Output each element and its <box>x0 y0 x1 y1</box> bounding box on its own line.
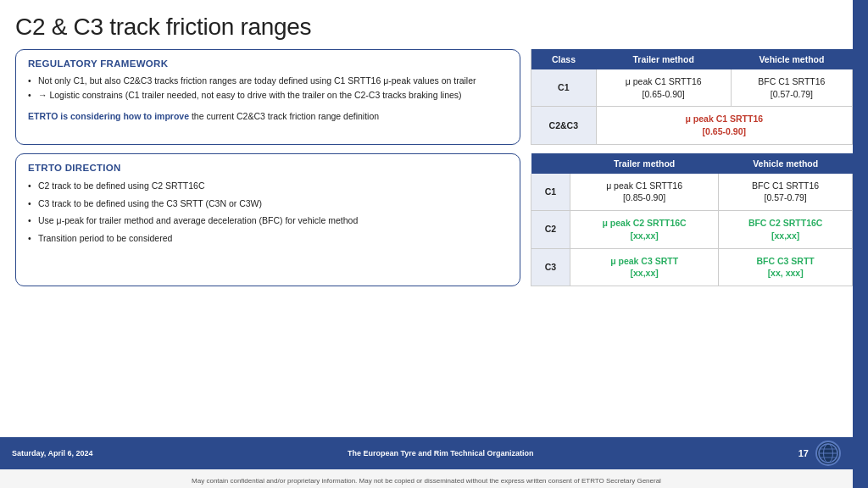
etrto-bullet-list: C2 track to be defined using C2 SRTT16C … <box>28 179 508 246</box>
bottom-table-wrap: Trailer method Vehicle method C1 μ peak … <box>531 153 853 286</box>
bottom-row1-vehicle: BFC C1 SRTT16[0.57-0.79] <box>719 174 853 211</box>
bottom-row1-class: C1 <box>531 174 570 211</box>
reg-framework-box: REGULATORY FRAMEWORK Not only C1, but al… <box>15 49 520 145</box>
bottom-table-header-class <box>531 153 570 174</box>
bottom-row1-trailer: μ peak C1 SRTT16[0.85-0.90] <box>570 174 718 211</box>
top-table-header-class: Class <box>531 49 597 69</box>
bottom-row3-trailer: μ peak C3 SRTT[xx,xx] <box>570 248 718 286</box>
top-row2-class: C2&C3 <box>531 107 597 144</box>
sidebar-bar <box>853 0 868 488</box>
bottom-table: Trailer method Vehicle method C1 μ peak … <box>531 153 853 286</box>
bottom-table-header-trailer: Trailer method <box>570 153 718 174</box>
etrto-bullet-3: Use μ-peak for trailer method and averag… <box>28 214 508 228</box>
footer-org: The European Tyre and Rim Technical Orga… <box>348 449 534 458</box>
etrto-bullet-1: C2 track to be defined using C2 SRTT16C <box>28 179 508 193</box>
reg-bullet-list: Not only C1, but also C2&C3 tracks frict… <box>28 75 508 103</box>
footer-bottom-bar: May contain confidential and/or propriet… <box>0 469 853 488</box>
footer-disclaimer: May contain confidential and/or propriet… <box>192 477 661 485</box>
page-title: C2 & C3 track friction ranges <box>15 14 853 41</box>
content-area: REGULATORY FRAMEWORK Not only C1, but al… <box>15 49 853 488</box>
etrto-direction-title: ETRTO DIRECTION <box>28 163 508 173</box>
bottom-table-header-vehicle: Vehicle method <box>719 153 853 174</box>
table-row: C1 μ peak C1 SRTT16[0.65-0.90] BFC C1 SR… <box>531 69 853 107</box>
main-container: C2 & C3 track friction ranges REGULATORY… <box>0 0 868 488</box>
top-table: Class Trailer method Vehicle method C1 μ… <box>531 49 853 145</box>
table-row: C1 μ peak C1 SRTT16[0.85-0.90] BFC C1 SR… <box>531 174 853 211</box>
bottom-row3-vehicle: BFC C3 SRTT[xx, xxx] <box>719 248 853 286</box>
table-row: C3 μ peak C3 SRTT[xx,xx] BFC C3 SRTT[xx,… <box>531 248 853 286</box>
bottom-row2-trailer: μ peak C2 SRTT16C[xx,xx] <box>570 211 718 248</box>
etrto-note-bold: ETRTO is considering how to improve <box>28 111 189 121</box>
footer-top-bar: Saturday, April 6, 2024 The European Tyr… <box>0 437 853 469</box>
top-table-header-vehicle: Vehicle method <box>731 49 852 69</box>
table-row: C2&C3 μ peak C1 SRTT16[0.65-0.90] <box>531 107 853 144</box>
top-row1-class: C1 <box>531 69 597 107</box>
bottom-row3-class: C3 <box>531 248 570 286</box>
bottom-row2-class: C2 <box>531 211 570 248</box>
top-table-header-trailer: Trailer method <box>596 49 731 69</box>
etrto-direction-box: ETRTO DIRECTION C2 track to be defined u… <box>15 153 520 286</box>
top-row2-combined: μ peak C1 SRTT16[0.65-0.90] <box>596 107 852 144</box>
etrto-note-rest: the current C2&C3 track friction range d… <box>189 111 379 121</box>
globe-icon <box>815 441 841 466</box>
etrto-note: ETRTO is considering how to improve the … <box>28 110 508 124</box>
top-row1-trailer: μ peak C1 SRTT16[0.65-0.90] <box>596 69 731 107</box>
top-section: REGULATORY FRAMEWORK Not only C1, but al… <box>15 49 853 145</box>
bottom-row2-vehicle: BFC C2 SRTT16C[xx,xx] <box>719 211 853 248</box>
reg-framework-title: REGULATORY FRAMEWORK <box>28 58 508 69</box>
bottom-section: ETRTO DIRECTION C2 track to be defined u… <box>15 153 853 286</box>
etrto-bullet-2: C3 track to be defined using the C3 SRTT… <box>28 197 508 211</box>
etrto-bullet-4: Transition period to be considered <box>28 231 508 246</box>
table-row: C2 μ peak C2 SRTT16C[xx,xx] BFC C2 SRTT1… <box>531 211 853 248</box>
top-table-wrap: Class Trailer method Vehicle method C1 μ… <box>531 49 853 145</box>
footer-wrapper: Saturday, April 6, 2024 The European Tyr… <box>0 437 853 488</box>
reg-bullet-2: → Logistic constrains (C1 trailer needed… <box>28 89 508 103</box>
footer-date: Saturday, April 6, 2024 <box>12 449 93 458</box>
top-row1-vehicle: BFC C1 SRTT16[0.57-0.79] <box>731 69 852 107</box>
footer-page-number: 17 <box>788 448 809 458</box>
reg-bullet-1: Not only C1, but also C2&C3 tracks frict… <box>28 75 508 88</box>
